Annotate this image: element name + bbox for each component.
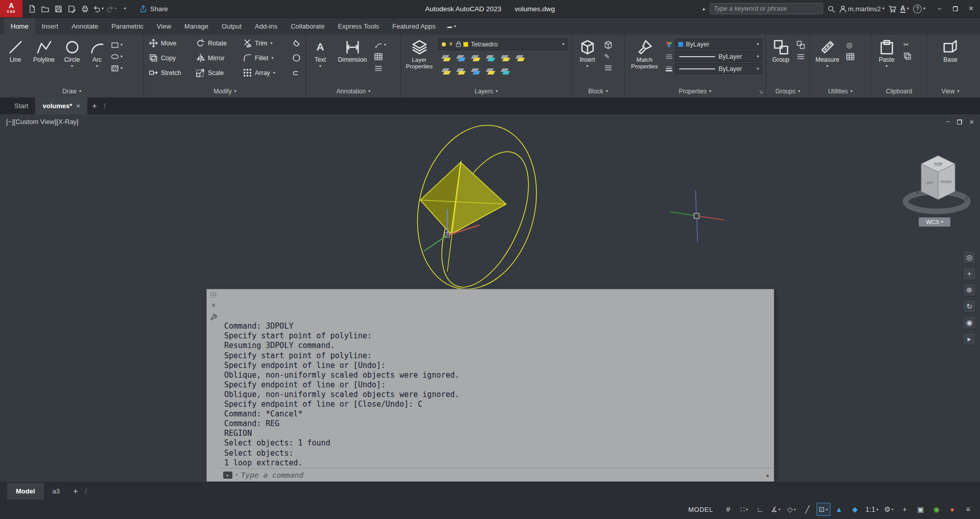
insert-button[interactable]: Insert ▾ (574, 37, 601, 85)
undo-button[interactable]: ▾ (92, 3, 105, 15)
drawing-area[interactable]: N E S W TOP LEFT FRONT [−][Custom View][… (0, 114, 980, 482)
search-icon[interactable] (827, 5, 835, 13)
save-button[interactable] (52, 3, 65, 15)
linetype-dropdown[interactable]: ByLayer▾ (675, 51, 762, 62)
viewport-close-icon[interactable]: × (969, 117, 974, 126)
recent-commands-caret-icon[interactable]: ▾ (235, 473, 238, 477)
cut-button[interactable]: ✂ (903, 41, 912, 48)
viewport-controls[interactable]: [−][Custom View][X-Ray] (6, 118, 79, 126)
snap-icon[interactable]: ∷▾ (737, 503, 751, 516)
dialog-launcher-icon[interactable]: ↘ (759, 89, 763, 94)
maximize-button[interactable] (947, 1, 963, 17)
layer-tool-icon[interactable] (500, 54, 510, 62)
create-block-button[interactable] (604, 41, 612, 49)
file-tab-volumes[interactable]: volumes* × (35, 97, 87, 114)
panel-label-modify[interactable]: Modify▾ (144, 85, 306, 97)
circle-button[interactable]: Circle ▾ (59, 37, 85, 85)
edit-attributes-button[interactable]: ✎ (604, 53, 612, 60)
plot-button[interactable] (79, 3, 91, 15)
layout-tab-a3[interactable]: a3 (44, 483, 68, 500)
annotation-monitor-icon[interactable]: + (898, 503, 912, 516)
autodesk-app-button[interactable]: A▾ (900, 5, 909, 13)
command-close-icon[interactable]: × (211, 302, 216, 309)
ribbon-tab[interactable]: Express Tools (331, 18, 386, 35)
qat-customize-button[interactable]: ▾ (118, 3, 131, 15)
layer-tool-icon[interactable] (456, 67, 466, 75)
steeringwheel-icon[interactable]: ◉ (963, 316, 976, 329)
move-button[interactable]: Move (146, 39, 193, 47)
grid-icon[interactable]: # (722, 503, 735, 516)
offset-button[interactable] (289, 54, 304, 62)
block-more-button[interactable] (604, 64, 612, 72)
layer-tool-icon[interactable] (485, 54, 495, 62)
drag-handle[interactable] (210, 292, 217, 298)
panel-label-utilities[interactable]: Utilities▾ (810, 85, 871, 97)
ribbon-tab[interactable]: Featured Apps (386, 18, 442, 35)
autoscale-icon[interactable]: ◆ (848, 503, 862, 516)
layer-tool-icon[interactable] (515, 54, 525, 62)
rectangle-button[interactable]: ▾ (111, 41, 123, 49)
account-menu[interactable]: m.martins2 ▾ (839, 5, 885, 13)
mirror-button[interactable]: Mirror (193, 54, 240, 62)
ellipse-button[interactable]: ▾ (111, 53, 123, 61)
viewport-minimize-icon[interactable]: − (946, 118, 950, 126)
close-tab-icon[interactable]: × (76, 102, 80, 110)
wcs-button[interactable]: WCS▾ (919, 217, 950, 227)
redo-button[interactable]: ▾ (105, 3, 118, 15)
ribbon-tab[interactable]: Home (4, 18, 35, 35)
ribbon-tab[interactable]: Annotate (65, 18, 105, 35)
isolate-objects-icon[interactable]: ▣ (914, 503, 927, 516)
polyline-button[interactable]: Polyline (30, 37, 58, 85)
clean-screen-icon[interactable]: ● (945, 503, 959, 516)
group-edit-button[interactable] (797, 53, 805, 61)
panel-label-draw[interactable]: Draw▾ (0, 85, 144, 97)
panel-label-properties[interactable]: Properties▾↘ (625, 85, 766, 97)
zoom-icon[interactable]: ⊕ (963, 283, 976, 296)
model-tab[interactable]: Model (7, 483, 44, 500)
ribbon-display-toggle[interactable]: ▬ ▾ (447, 18, 456, 35)
command-line-window[interactable]: × Command: 3DPOLYSpecify start point of … (206, 289, 774, 482)
customization-icon[interactable]: ≡ (961, 503, 975, 516)
layer-color-swatch[interactable] (463, 42, 468, 47)
workspace-switching-icon[interactable]: ⚙▾ (882, 503, 896, 516)
rotate-button[interactable]: Rotate (193, 39, 240, 47)
layer-tool-icon[interactable] (456, 54, 466, 62)
layer-tool-icon[interactable] (470, 67, 481, 75)
color-dropdown[interactable]: ByLayer▾ (675, 39, 762, 50)
layer-dropdown[interactable]: ☀ Tetraedro ▾ (439, 38, 567, 50)
layer-tool-icon[interactable] (485, 67, 495, 75)
minimize-button[interactable]: − (931, 1, 947, 17)
ribbon-tab[interactable]: Manage (178, 18, 215, 35)
share-button[interactable]: Share (139, 5, 168, 13)
isodraft-icon[interactable]: ◇▾ (785, 503, 799, 516)
ribbon-tab[interactable]: Insert (35, 18, 65, 35)
line-button[interactable]: Line (2, 37, 29, 85)
copy-button[interactable]: Copy (146, 54, 193, 62)
fillet-button[interactable]: Fillet▾ (240, 54, 289, 62)
object-snap-icon[interactable]: ⊡▾ (817, 503, 830, 516)
copy-clip-button[interactable] (903, 52, 912, 60)
pan-icon[interactable]: + (963, 267, 976, 280)
new-layout-button[interactable]: + (68, 483, 83, 500)
array-button[interactable]: Array▾ (240, 68, 289, 77)
text-button[interactable]: A Text ▾ (308, 37, 332, 85)
panel-label-view[interactable]: View▾ (927, 85, 973, 97)
panel-label-annotation[interactable]: Annotation▾ (306, 85, 400, 97)
erase-button[interactable] (289, 39, 304, 47)
panel-label-block[interactable]: Block▾ (572, 85, 624, 97)
layer-thaw-icon[interactable]: ☀ (448, 41, 453, 47)
dimension-button[interactable]: Dimension (334, 37, 371, 85)
ungroup-button[interactable] (797, 41, 805, 49)
panel-label-groups[interactable]: Groups▾ (766, 85, 809, 97)
new-drawing-button[interactable]: + (87, 97, 102, 114)
setbylayer-button[interactable]: ⊂ (289, 68, 304, 78)
ribbon-tab[interactable]: Collaborate (284, 18, 331, 35)
osnap-tracking-icon[interactable]: ╱ (801, 503, 815, 516)
expand-arrow-icon[interactable]: ▸ (703, 6, 706, 12)
ribbon-tab[interactable]: Parametric (105, 18, 150, 35)
save-as-button[interactable] (65, 3, 78, 15)
polar-tracking-icon[interactable]: ∡▾ (769, 503, 783, 516)
measure-button[interactable]: Measure ▾ (812, 37, 843, 85)
new-file-button[interactable] (26, 3, 38, 15)
layer-tool-icon[interactable] (470, 54, 481, 62)
